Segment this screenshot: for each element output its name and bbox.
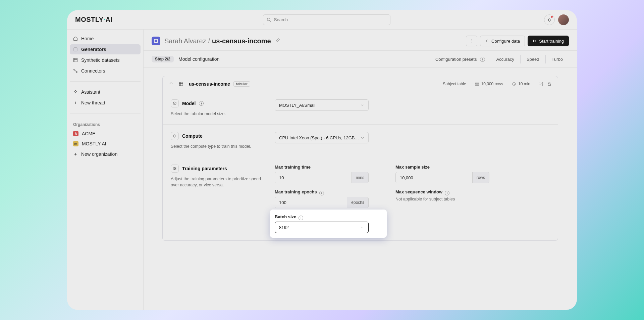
- svg-rect-18: [548, 84, 551, 85]
- svg-rect-3: [74, 58, 77, 62]
- clock-icon: [512, 82, 516, 86]
- org-badge: A: [73, 131, 78, 136]
- svg-point-9: [471, 40, 472, 40]
- pencil-icon: [275, 38, 280, 43]
- rows-icon: [475, 82, 479, 86]
- svg-rect-12: [179, 82, 183, 86]
- generators-icon: [73, 47, 78, 52]
- max-sample-size-field: Max sample size rows: [395, 165, 503, 183]
- max-training-time-input[interactable]: [275, 172, 352, 183]
- org-item-mostly[interactable]: m MOSTLY AI: [70, 139, 141, 148]
- max-seq-window-note: Not applicable for subject tables: [395, 197, 503, 201]
- svg-line-8: [75, 70, 76, 72]
- configure-data-label: Configure data: [491, 39, 520, 44]
- sidebar-item-connectors[interactable]: Connectors: [70, 66, 141, 76]
- sidebar-item-generators[interactable]: Generators: [70, 44, 141, 54]
- logo[interactable]: MOSTLY·AI: [75, 16, 113, 24]
- presets-label: Configuration presets: [435, 57, 477, 62]
- sidebar-item-home[interactable]: Home: [70, 34, 141, 44]
- max-sample-size-input[interactable]: [396, 172, 472, 183]
- batch-size-select[interactable]: 8192: [275, 222, 369, 233]
- sidebar: Home Generators Synthetic datasets Conne…: [67, 30, 144, 310]
- cube-icon: [171, 99, 179, 107]
- batch-size-field: Batch size i 8192: [270, 210, 387, 238]
- max-training-time-label: Max training time: [275, 165, 382, 170]
- sidebar-item-label: Generators: [81, 47, 106, 52]
- info-icon[interactable]: i: [299, 216, 303, 220]
- new-organization-label: New organization: [81, 151, 117, 157]
- lock-open-icon[interactable]: [547, 82, 552, 86]
- start-training-button[interactable]: Start training: [528, 36, 569, 46]
- preset-accuracy[interactable]: Accuracy: [490, 55, 520, 63]
- subject-table-label: Subject table: [443, 82, 466, 86]
- chevron-down-icon: [361, 103, 364, 107]
- max-seq-window-label: Max sequence window: [395, 189, 442, 194]
- card-title: us-census-income: [189, 81, 230, 87]
- svg-rect-16: [475, 85, 479, 85]
- table-icon: [179, 82, 183, 86]
- sidebar-item-assistant[interactable]: Assistant: [70, 87, 141, 97]
- new-organization-button[interactable]: + New organization: [70, 149, 141, 159]
- more-vertical-icon: [470, 39, 474, 43]
- section-desc-compute: Select the compute type to train this mo…: [171, 143, 263, 149]
- chevron-up-icon: [169, 81, 173, 86]
- section-desc-model: Select the tabular model size.: [171, 111, 263, 117]
- info-icon[interactable]: i: [480, 57, 485, 62]
- info-icon[interactable]: i: [199, 101, 204, 106]
- max-epochs-unit: epochs: [347, 197, 368, 208]
- rows-label: 10,000 rows: [481, 82, 503, 86]
- breadcrumb: Sarah Alvarez/us-census-income: [164, 37, 271, 45]
- sparkle-icon: [73, 90, 78, 94]
- organizations-heading: Organizations: [70, 121, 141, 128]
- model-size-select[interactable]: MOSTLY_AI/Small: [275, 99, 369, 111]
- avatar[interactable]: [558, 14, 569, 25]
- search-input[interactable]: [274, 17, 387, 22]
- sidebar-item-label: Synthetic datasets: [81, 57, 119, 63]
- chevron-left-icon: [485, 39, 489, 43]
- max-epochs-label: Max training epochs: [275, 189, 317, 194]
- max-seq-window-field: Max sequence window i Not applicable for…: [395, 189, 503, 208]
- new-thread-label: New thread: [81, 100, 105, 105]
- logo-text: MOSTLY: [75, 16, 104, 23]
- collapse-toggle[interactable]: [169, 81, 173, 87]
- sidebar-item-label: Assistant: [81, 89, 100, 95]
- configure-data-button[interactable]: Configure data: [480, 36, 525, 46]
- model-size-value: MOSTLY_AI/Small: [279, 103, 315, 108]
- svg-point-0: [267, 18, 270, 20]
- sidebar-item-synthetic[interactable]: Synthetic datasets: [70, 55, 141, 65]
- info-icon[interactable]: i: [445, 191, 449, 195]
- preset-turbo[interactable]: Turbo: [545, 55, 569, 63]
- cpu-icon: [171, 132, 179, 140]
- connectors-icon: [73, 68, 78, 73]
- global-search[interactable]: [263, 14, 390, 25]
- plus-icon: +: [73, 151, 78, 157]
- org-label: ACME: [82, 131, 95, 136]
- search-icon: [267, 17, 271, 22]
- svg-rect-15: [475, 83, 479, 83]
- max-sample-size-unit: rows: [472, 172, 489, 183]
- notifications-button[interactable]: [544, 14, 555, 25]
- more-menu-button[interactable]: [466, 36, 477, 46]
- datasets-icon: [73, 58, 78, 62]
- org-badge: m: [73, 141, 78, 146]
- generator-type-icon: [152, 37, 160, 45]
- svg-rect-19: [174, 135, 176, 137]
- section-title-compute: Compute: [182, 133, 203, 139]
- max-epochs-field: Max training epochs i epochs: [275, 189, 382, 208]
- section-title-training: Training parameters: [182, 166, 227, 171]
- compute-type-select[interactable]: CPU Intel Xeon (Spot) - 6 CPUs, 12GB…: [275, 132, 369, 143]
- breadcrumb-owner[interactable]: Sarah Alvarez: [164, 37, 206, 45]
- svg-line-1: [270, 20, 271, 21]
- shuffle-icon[interactable]: [539, 82, 544, 86]
- org-item-acme[interactable]: A ACME: [70, 129, 141, 138]
- preset-speed[interactable]: Speed: [520, 55, 545, 63]
- chevron-down-icon: [361, 136, 364, 140]
- edit-name-button[interactable]: [275, 38, 280, 44]
- new-thread-button[interactable]: + New thread: [70, 98, 141, 108]
- max-epochs-input[interactable]: [275, 197, 347, 208]
- section-title-model: Model: [182, 101, 196, 106]
- start-training-label: Start training: [539, 39, 564, 44]
- step-badge: Step 2/2: [152, 56, 174, 62]
- batch-size-label: Batch size: [275, 214, 296, 219]
- info-icon[interactable]: i: [319, 191, 324, 195]
